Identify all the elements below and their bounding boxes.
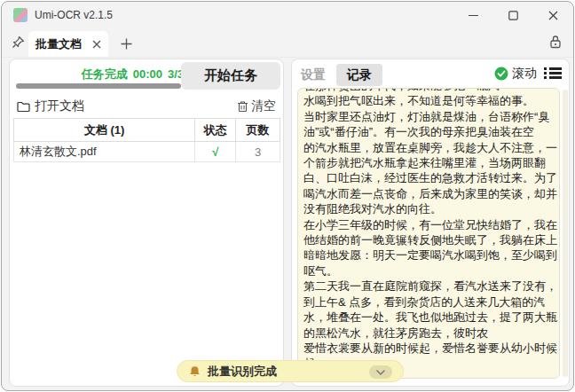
ocr-text-line: 水喝到把气呕出来，不知道是何等幸福的事。 xyxy=(303,93,554,108)
ocr-text-line: 个箭步就把汽水瓶拿起来往嘴里灌，当场两眼翻 xyxy=(303,155,554,170)
pin-icon[interactable] xyxy=(12,35,25,52)
ocr-text-line: 当时家里还点油灯，灯油就是煤油，台语称作“臭 xyxy=(303,109,554,124)
tab-settings[interactable]: 设置 xyxy=(301,67,326,83)
open-document-label: 打开文档 xyxy=(35,98,84,114)
lock-icon[interactable] xyxy=(549,35,562,52)
new-tab-button[interactable] xyxy=(115,33,137,54)
chevron-down-icon[interactable] xyxy=(369,365,392,379)
document-name: 林清玄散文.pdf xyxy=(14,142,195,162)
column-header-status[interactable]: 状态 xyxy=(195,119,236,142)
close-button[interactable] xyxy=(533,2,573,28)
column-header-pages[interactable]: 页数 xyxy=(236,119,280,142)
task-status-label: 任务完成 xyxy=(82,67,128,81)
tab-close-icon[interactable] xyxy=(92,40,101,49)
window-controls xyxy=(453,2,573,28)
task-status-time: 00:00 xyxy=(133,67,162,81)
task-status: 任务完成00:003/3 xyxy=(10,67,184,82)
menu-icon[interactable] xyxy=(544,67,562,81)
ocr-text-line: 油”或“番仔油”。有一次我的母亲把臭油装在空 xyxy=(303,124,554,139)
auto-scroll-label: 滚动 xyxy=(512,66,537,82)
document-toolbar: 打开文档 清空 xyxy=(17,97,276,116)
ocr-text-line: 暗暗地发愿：明天一定要喝汽水喝到饱，至少喝到 xyxy=(303,247,554,263)
task-progress-bar xyxy=(16,83,181,89)
document-table: 文档 (1) 状态 页数 林清玄散文.pdf √ 3 xyxy=(13,118,280,162)
ocr-text-line: 的黑松汽水，就往茅房跑去，彼时农 xyxy=(303,325,554,341)
bell-icon xyxy=(189,365,201,378)
ocr-text-line: 水，堆叠在一处。我飞也似地跑过去，提了两大瓶 xyxy=(303,310,554,325)
ocr-text-line: 爱惜衣裳要从新的时候起，爱惜名誉要从幼小时候 xyxy=(303,341,554,356)
table-header-row: 文档 (1) 状态 页数 xyxy=(14,119,280,142)
tab-label: 批量文档 xyxy=(35,36,82,52)
start-task-button[interactable]: 开始任务 xyxy=(181,62,280,90)
ocr-text-line: 到上午& 点多，看到杂货店的人送来几大箱的汽 xyxy=(303,294,554,310)
app-window: Umi-OCR v2.1.5 批量文档 xyxy=(1,1,574,391)
document-status-check: √ xyxy=(195,142,236,162)
ocr-text-line: 喝汽水而差一点丧命，后来成为家里的笑谈，却并 xyxy=(303,186,554,201)
ocr-text-line: 第二天我一直在庭院前窥探，看汽水送来了没有， xyxy=(303,278,554,294)
auto-scroll-toggle[interactable]: 滚动 xyxy=(494,66,537,82)
maximize-button[interactable] xyxy=(493,2,533,28)
ocr-result-area[interactable]: 在那样贫困的年代，如果能够把一瓶汽 水喝到把气呕出来，不知道是何等幸福的事。 当… xyxy=(297,88,560,379)
ocr-text-line: 他结婚的前一晚竟辗转反侧地失眠了，我躺在床上 xyxy=(303,232,554,247)
result-panel: 设置 记录 滚动 在那样贫困的年代，如果能够把一瓶汽 水喝到把气呕出来，不知道是… xyxy=(291,59,570,387)
table-row[interactable]: 林清玄散文.pdf √ 3 xyxy=(14,142,280,162)
column-header-document[interactable]: 文档 (1) xyxy=(14,119,195,142)
ocr-text-line: 呕气。 xyxy=(303,263,554,278)
clear-label: 清空 xyxy=(251,98,276,114)
clear-button[interactable]: 清空 xyxy=(237,98,276,114)
folder-icon xyxy=(17,101,31,113)
result-scrollbar[interactable] xyxy=(563,90,568,377)
notification-message: 批量识别完成 xyxy=(208,364,277,380)
titlebar: Umi-OCR v2.1.5 xyxy=(2,2,573,28)
notification-toast[interactable]: 批量识别完成 xyxy=(177,360,404,382)
task-panel: 任务完成00:003/3 开始任务 打开文档 清空 文档 (1) 状态 页数 林… xyxy=(9,59,284,387)
open-document-button[interactable]: 打开文档 xyxy=(17,98,84,114)
ocr-text-line: 的汽水瓶里，放置在桌脚旁，我趁大人不注意，一 xyxy=(303,140,554,155)
ocr-text-line: 在小学三年级的时候，有一位堂兄快结婚了，我在 xyxy=(303,217,554,232)
app-logo-icon xyxy=(13,8,28,22)
tab-bar: 批量文档 xyxy=(2,28,573,58)
ocr-text-line: 白、口吐白沫，经过医生的急救才活转过来。为了 xyxy=(303,170,554,185)
window-title: Umi-OCR v2.1.5 xyxy=(35,9,113,21)
document-pages: 3 xyxy=(236,142,280,162)
check-circle-icon xyxy=(494,67,508,81)
tab-records[interactable]: 记录 xyxy=(336,64,382,86)
tab-batch-documents[interactable]: 批量文档 xyxy=(28,31,108,57)
ocr-text-line: 没有阻绝我对汽水的向往。 xyxy=(303,201,554,216)
trash-icon xyxy=(237,100,248,113)
minimize-button[interactable] xyxy=(453,2,493,28)
